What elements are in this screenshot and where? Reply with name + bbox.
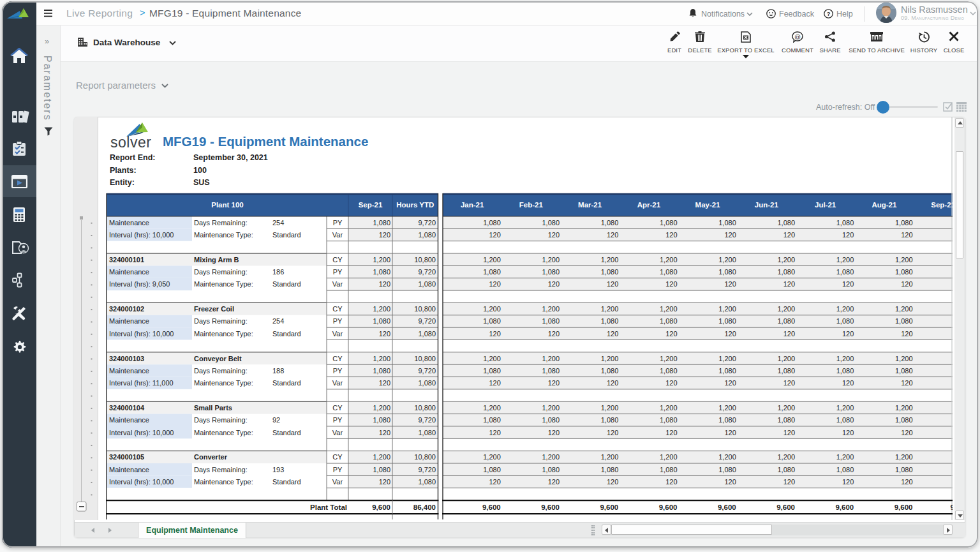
svg-text:CY: CY — [332, 355, 343, 362]
svg-text:120: 120 — [607, 231, 618, 239]
svg-text:9,600: 9,600 — [776, 504, 795, 511]
svg-text:1,080: 1,080 — [418, 478, 436, 486]
svg-text:Freezer Coil: Freezer Coil — [194, 305, 234, 313]
svg-text:Jan-21: Jan-21 — [461, 201, 484, 209]
svg-text:1,200: 1,200 — [718, 305, 736, 313]
svg-text:1,200: 1,200 — [483, 256, 501, 264]
svg-text:9,600: 9,600 — [482, 504, 501, 511]
svg-text:Interval (hrs): 10,000: Interval (hrs): 10,000 — [109, 429, 174, 436]
svg-text:Conveyor Belt: Conveyor Belt — [194, 355, 242, 362]
svg-text:1,080: 1,080 — [418, 280, 436, 288]
svg-text:CY: CY — [332, 453, 343, 461]
svg-text:120: 120 — [379, 280, 390, 288]
svg-text:324000103: 324000103 — [109, 355, 144, 362]
svg-text:1,080: 1,080 — [836, 317, 854, 325]
svg-text:1,080: 1,080 — [373, 317, 390, 325]
svg-text:Maintenance Type:: Maintenance Type: — [194, 330, 253, 338]
svg-text:Standard: Standard — [272, 280, 301, 288]
svg-text:120: 120 — [901, 379, 912, 387]
svg-text:1,200: 1,200 — [777, 404, 795, 412]
svg-text:254: 254 — [272, 219, 284, 227]
svg-text:9,720: 9,720 — [418, 367, 436, 375]
svg-text:1,080: 1,080 — [660, 466, 678, 474]
svg-text:1,080: 1,080 — [542, 317, 560, 325]
svg-text:PY: PY — [333, 367, 343, 375]
svg-text:Maintenance Type:: Maintenance Type: — [194, 280, 253, 288]
svg-text:1,080: 1,080 — [542, 367, 560, 375]
svg-text:CY: CY — [332, 256, 343, 264]
svg-text:1,080: 1,080 — [836, 219, 854, 227]
svg-text:Interval (hrs): 10,000: Interval (hrs): 10,000 — [109, 330, 174, 338]
svg-text:Days Remaining:: Days Remaining: — [194, 219, 248, 227]
svg-text:1,080: 1,080 — [777, 466, 795, 474]
svg-text:1,200: 1,200 — [895, 453, 913, 461]
svg-text:120: 120 — [665, 379, 677, 387]
svg-text:10,800: 10,800 — [414, 453, 436, 461]
svg-text:324000105: 324000105 — [109, 453, 144, 461]
svg-text:120: 120 — [489, 330, 500, 338]
svg-text:Maintenance: Maintenance — [109, 317, 149, 325]
svg-text:120: 120 — [842, 280, 854, 288]
svg-text:Maintenance Type:: Maintenance Type: — [194, 478, 253, 486]
svg-text:9,600: 9,600 — [541, 504, 560, 511]
svg-text:1,200: 1,200 — [718, 404, 736, 412]
svg-text:1,080: 1,080 — [542, 268, 560, 276]
svg-text:120: 120 — [665, 330, 677, 338]
svg-text:120: 120 — [665, 429, 677, 436]
svg-text:120: 120 — [548, 280, 560, 288]
svg-text:Var: Var — [332, 330, 343, 338]
svg-text:254: 254 — [272, 317, 284, 325]
svg-text:1,200: 1,200 — [660, 453, 678, 461]
svg-text:324000104: 324000104 — [109, 404, 145, 412]
svg-text:@: @ — [794, 33, 801, 40]
svg-text:120: 120 — [489, 478, 500, 486]
svg-text:120: 120 — [783, 429, 795, 436]
svg-text:1,200: 1,200 — [718, 256, 736, 264]
svg-text:1,080: 1,080 — [373, 416, 390, 424]
svg-text:1,080: 1,080 — [483, 416, 501, 424]
svg-text:1,080: 1,080 — [660, 416, 678, 424]
svg-text:1,080: 1,080 — [895, 367, 913, 375]
svg-text:120: 120 — [379, 330, 390, 338]
svg-text:Apr-21: Apr-21 — [637, 201, 661, 209]
svg-text:1,200: 1,200 — [836, 355, 854, 362]
svg-text:1,080: 1,080 — [601, 268, 619, 276]
svg-text:Hours YTD: Hours YTD — [396, 201, 434, 209]
svg-text:1,080: 1,080 — [373, 466, 390, 474]
svg-text:120: 120 — [724, 478, 736, 486]
svg-text:9,720: 9,720 — [418, 219, 436, 227]
svg-text:Interval (hrs): 11,000: Interval (hrs): 11,000 — [109, 379, 174, 387]
svg-text:Days Remaining:: Days Remaining: — [194, 416, 248, 424]
svg-text:PY: PY — [333, 219, 343, 227]
svg-text:1,200: 1,200 — [718, 453, 736, 461]
svg-text:1,080: 1,080 — [718, 367, 736, 375]
svg-text:Aug-21: Aug-21 — [872, 201, 897, 209]
svg-text:9,720: 9,720 — [418, 268, 436, 276]
svg-text:1,200: 1,200 — [777, 355, 795, 362]
svg-text:Jul-21: Jul-21 — [815, 201, 836, 209]
svg-text:120: 120 — [379, 379, 390, 387]
svg-text:1,080: 1,080 — [542, 466, 560, 474]
svg-text:1,080: 1,080 — [660, 268, 678, 276]
svg-text:Days Remaining:: Days Remaining: — [194, 317, 248, 325]
svg-text:10,800: 10,800 — [414, 355, 436, 362]
svg-text:1,200: 1,200 — [483, 404, 501, 412]
svg-text:1,080: 1,080 — [373, 367, 390, 375]
svg-text:1,200: 1,200 — [601, 453, 619, 461]
svg-text:120: 120 — [607, 330, 618, 338]
svg-text:Standard: Standard — [272, 231, 301, 239]
svg-text:120: 120 — [379, 429, 390, 436]
svg-text:186: 186 — [272, 268, 284, 276]
svg-text:120: 120 — [489, 231, 500, 239]
svg-text:120: 120 — [901, 429, 912, 436]
svg-text:1,200: 1,200 — [895, 355, 913, 362]
svg-text:1,200: 1,200 — [601, 256, 619, 264]
svg-text:1,200: 1,200 — [660, 256, 678, 264]
svg-text:1,080: 1,080 — [418, 379, 436, 387]
svg-text:Plant Total: Plant Total — [310, 504, 347, 511]
svg-text:1,080: 1,080 — [895, 317, 913, 325]
svg-text:1,200: 1,200 — [373, 453, 390, 461]
svg-text:92: 92 — [272, 416, 280, 424]
svg-text:1,080: 1,080 — [718, 268, 736, 276]
svg-text:Maintenance: Maintenance — [109, 466, 149, 474]
